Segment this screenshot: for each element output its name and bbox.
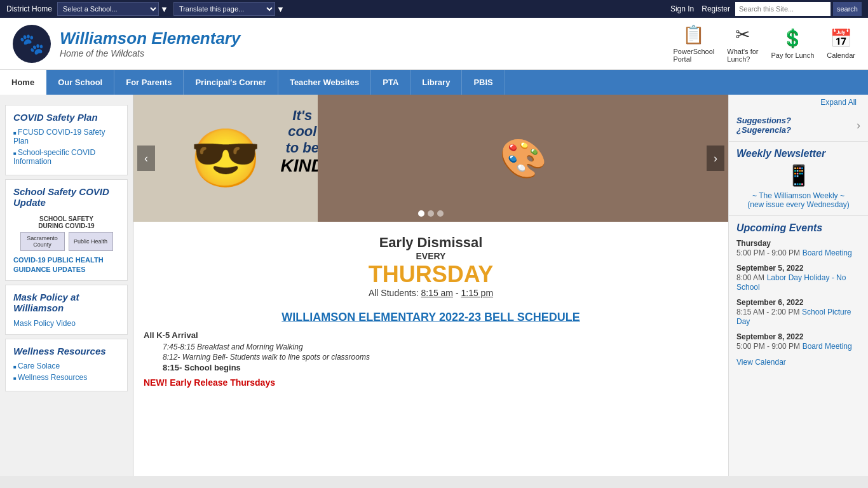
mask-policy-section: Mask Policy at Williamson Mask Policy Vi… xyxy=(5,285,128,335)
slide-left: 😎 It'scoolto beKIND xyxy=(133,95,318,222)
event-1: Thursday 5:00 PM - 9:00 PM Board Meeting xyxy=(736,239,860,257)
school-logo-area: 🐾 Williamson Elementary Home of the Wild… xyxy=(13,25,673,63)
expand-all-link[interactable]: Expand All xyxy=(814,95,863,109)
covid-update-link[interactable]: COVID-19 PUBLIC HEALTH GUIDANCE UPDATES xyxy=(13,256,104,273)
covid-safety-title: COVID Safety Plan xyxy=(13,112,119,123)
sidebar-right: Expand All Suggestions? ¿Sugerencia? › W… xyxy=(728,95,868,476)
search-input[interactable] xyxy=(735,2,831,16)
main-body: Early Dismissal EVERY THURSDAY All Stude… xyxy=(133,222,728,394)
newsletter-icon: 📱 xyxy=(736,163,860,187)
event-3-date: September 6, 2022 xyxy=(736,298,860,307)
new-thursday: NEW! Early Release Thursdays xyxy=(144,377,718,388)
suggestions-box[interactable]: Suggestions? ¿Sugerencia? › xyxy=(736,116,860,135)
nav-our-school[interactable]: Our School xyxy=(46,70,114,95)
event-4-date: September 8, 2022 xyxy=(736,332,860,341)
care-solace-link[interactable]: Care Solace xyxy=(13,362,119,370)
event-3: September 6, 2022 8:15 AM - 2:00 PM Scho… xyxy=(736,298,860,326)
event-2-time: 8:00 AM xyxy=(736,273,764,282)
sign-in-link[interactable]: Sign In xyxy=(670,4,694,13)
search-wrap: search xyxy=(735,2,862,16)
event-3-time: 8:15 AM - 2:00 PM xyxy=(736,308,799,316)
slide-dot-3[interactable] xyxy=(437,210,444,217)
event-1-name-link[interactable]: Board Meeting xyxy=(803,248,852,257)
nav-teacher-websites[interactable]: Teacher Websites xyxy=(278,70,371,95)
nav-library[interactable]: Library xyxy=(410,70,462,95)
search-button[interactable]: search xyxy=(833,2,862,16)
nav-home[interactable]: Home xyxy=(0,70,46,95)
event-2: September 5, 2022 8:00 AM Labor Day Holi… xyxy=(736,264,860,292)
center-content: 😎 It'scoolto beKIND 🎨 ‹ › Early Dism xyxy=(133,95,728,476)
powerschool-label: PowerSchoolPortal xyxy=(673,48,714,63)
school-name-link[interactable]: Williamson Elementary xyxy=(60,29,240,48)
slide-dot-2[interactable] xyxy=(428,210,434,217)
smiley-emoji-icon: 😎 xyxy=(190,125,261,192)
sacramento-county-logo: Sacramento County xyxy=(20,232,65,251)
covid-safety-section: COVID Safety Plan FCUSD COVID-19 Safety … xyxy=(5,105,128,175)
suggestions-line2: ¿Sugerencia? xyxy=(736,125,791,135)
register-link[interactable]: Register xyxy=(702,4,730,13)
nav-pta[interactable]: PTA xyxy=(371,70,410,95)
upcoming-events-section: Upcoming Events Thursday 5:00 PM - 9:00 … xyxy=(729,216,868,373)
district-home-link[interactable]: District Home xyxy=(6,4,52,13)
bell-schedule-title: WILLIAMSON ELEMENTARY 2022-23 BELL SCHED… xyxy=(144,311,718,324)
event-1-date: Thursday xyxy=(736,239,860,248)
schedule-item-1: 7:45-8:15 Breakfast and Morning Walking xyxy=(144,342,718,351)
school-select[interactable]: Select a School... xyxy=(57,2,159,16)
pay-lunch-icon: 💲 xyxy=(782,28,804,49)
suggestions-text: Suggestions? ¿Sugerencia? xyxy=(736,116,791,135)
covid-logos: Sacramento County Public Health xyxy=(13,232,119,251)
school-name-wrap: Williamson Elementary Home of the Wildca… xyxy=(60,29,240,58)
newsletter-section: Weekly Newsletter 📱 ~ The Williamson Wee… xyxy=(729,142,868,216)
schedule-item-2: 8:12- Warning Bell- Students walk to lin… xyxy=(144,353,718,362)
view-calendar-link[interactable]: View Calendar xyxy=(736,358,786,367)
wellness-resources-link[interactable]: Wellness Resources xyxy=(13,373,119,382)
covid-safety-line2: DURING COVID-19 xyxy=(16,222,117,229)
pay-lunch-icon-link[interactable]: 💲 Pay for Lunch xyxy=(771,28,814,59)
header: 🐾 Williamson Elementary Home of the Wild… xyxy=(0,18,868,70)
dismissal-title: Early Dismissal xyxy=(150,234,712,251)
suggestions-section: Suggestions? ¿Sugerencia? › xyxy=(729,109,868,142)
slide-dot-1[interactable] xyxy=(418,210,424,217)
lunch-menu-label: What's forLunch? xyxy=(727,48,758,63)
dismissal-banner: Early Dismissal EVERY THURSDAY All Stude… xyxy=(144,228,718,304)
nav-pbis[interactable]: PBIS xyxy=(462,70,505,95)
event-4-name-link[interactable]: Board Meeting xyxy=(803,342,852,351)
calendar-icon: 📅 xyxy=(830,28,852,49)
arrival-label: All K-5 Arrival xyxy=(144,330,718,340)
dismissal-every: EVERY xyxy=(150,251,712,261)
slide-next-button[interactable]: › xyxy=(707,146,724,171)
translate-select[interactable]: Translate this page... xyxy=(173,2,275,16)
newsletter-link[interactable]: ~ The Williamson Weekly ~(new issue ever… xyxy=(736,191,860,209)
calendar-icon-link[interactable]: 📅 Calendar xyxy=(827,28,855,59)
upcoming-events-title: Upcoming Events xyxy=(736,222,860,234)
header-icons: 📋 PowerSchoolPortal ✂ What's forLunch? 💲… xyxy=(673,24,855,63)
slide-dots xyxy=(133,210,728,217)
kind-caption: It'scoolto beKIND xyxy=(281,107,318,176)
powerschool-icon-link[interactable]: 📋 PowerSchoolPortal xyxy=(673,24,714,63)
event-4: September 8, 2022 5:00 PM - 9:00 PM Boar… xyxy=(736,332,860,351)
slide-right: 🎨 xyxy=(318,95,728,222)
newsletter-title: Weekly Newsletter xyxy=(736,148,860,159)
top-bar: District Home Select a School... ▼ Trans… xyxy=(0,0,868,18)
translate-arrow: ▼ xyxy=(276,4,285,14)
auth-links: Sign In Register xyxy=(670,4,730,13)
slide-kind: 😎 It'scoolto beKIND 🎨 xyxy=(133,95,728,222)
covid-safety-box: SCHOOL SAFETY DURING COVID-19 xyxy=(13,213,119,232)
school-covid-link[interactable]: School-specific COVID Information xyxy=(13,148,119,166)
nav-for-parents[interactable]: For Parents xyxy=(114,70,184,95)
slide-prev-button[interactable]: ‹ xyxy=(137,146,155,171)
nav-bar: Home Our School For Parents Principal's … xyxy=(0,70,868,95)
calendar-label: Calendar xyxy=(827,51,855,59)
pay-lunch-label: Pay for Lunch xyxy=(771,51,814,59)
fcusd-covid-link[interactable]: FCUSD COVID-19 Safety Plan xyxy=(13,128,119,146)
main-layout: COVID Safety Plan FCUSD COVID-19 Safety … xyxy=(0,95,868,476)
dismissal-time: All Students: 8:15 am - 1:15 pm xyxy=(150,288,712,298)
mask-policy-video-link[interactable]: Mask Policy Video xyxy=(13,319,76,328)
nav-principals-corner[interactable]: Principal's Corner xyxy=(184,70,278,95)
portrait-art-icon: 🎨 xyxy=(499,136,547,181)
event-1-time: 5:00 PM - 9:00 PM xyxy=(736,248,800,257)
school-select-arrow: ▼ xyxy=(160,4,168,14)
lunch-menu-icon-link[interactable]: ✂ What's forLunch? xyxy=(727,24,758,63)
slideshow: 😎 It'scoolto beKIND 🎨 ‹ › xyxy=(133,95,728,222)
event-2-date: September 5, 2022 xyxy=(736,264,860,273)
